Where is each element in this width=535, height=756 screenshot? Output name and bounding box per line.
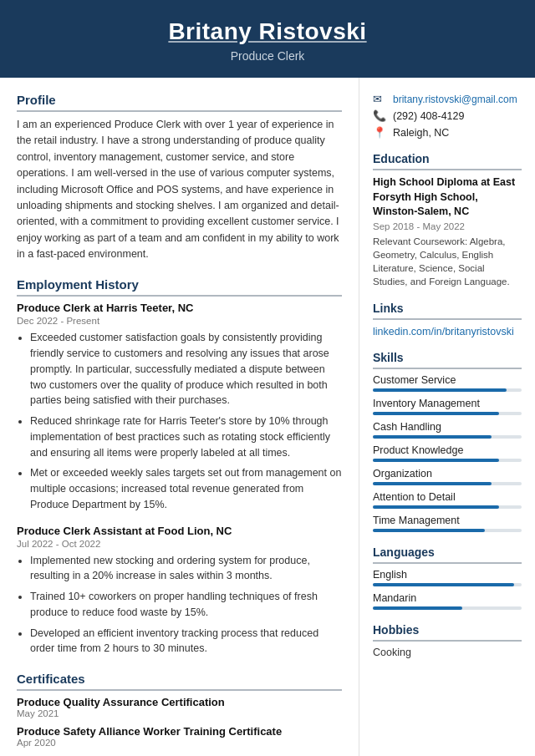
skill-time-management-bar-fill: [373, 529, 485, 532]
job-1-title: Produce Clerk at Harris Teeter, NC: [17, 302, 342, 314]
profile-section: Profile I am an experienced Produce Cler…: [17, 93, 342, 262]
skill-customer-service-bar-fill: [373, 388, 507, 392]
job-1-bullet-3: Met or exceeded weekly sales targets set…: [30, 465, 342, 512]
languages-section: Languages English Mandarin: [373, 545, 522, 610]
skill-attention-to-detail-label: Attention to Detail: [373, 491, 522, 503]
skills-section: Skills Customer Service Inventory Manage…: [373, 351, 522, 532]
skill-organization: Organization: [373, 468, 522, 485]
cert-1-name: Produce Quality Assurance Certification: [17, 696, 342, 708]
job-2-bullet-3: Developed an efficient inventory trackin…: [30, 626, 342, 657]
location-icon: 📍: [373, 126, 388, 139]
certificates-title: Certificates: [17, 672, 342, 691]
job-2-date: Jul 2022 - Oct 2022: [17, 539, 342, 549]
links-section: Links linkedin.com/in/britanyristovski: [373, 302, 522, 337]
edu-coursework: Relevant Coursework: Algebra, Geometry, …: [373, 235, 522, 288]
skill-cash-handling: Cash Handling: [373, 421, 522, 439]
skills-title: Skills: [373, 351, 522, 369]
lang-english-bar-bg: [373, 583, 522, 586]
job-1-bullets: Exceeded customer satisfaction goals by …: [17, 330, 342, 512]
skill-attention-to-detail-bar-bg: [373, 505, 522, 509]
skill-attention-to-detail: Attention to Detail: [373, 491, 522, 509]
skill-product-knowledge-bar-fill: [373, 459, 499, 462]
linkedin-link-item: linkedin.com/in/britanyristovski: [373, 325, 522, 337]
email-item: ✉ britany.ristovski@gmail.com: [373, 93, 522, 105]
employment-section: Employment History Produce Clerk at Harr…: [17, 277, 342, 657]
cert-2-date: Apr 2020: [17, 738, 342, 748]
lang-mandarin-bar-bg: [373, 606, 522, 610]
job-1: Produce Clerk at Harris Teeter, NC Dec 2…: [17, 302, 342, 512]
skill-customer-service-label: Customer Service: [373, 374, 522, 386]
job-2-bullet-1: Implemented new stocking and ordering sy…: [30, 553, 342, 585]
candidate-title: Produce Clerk: [17, 49, 518, 63]
skill-product-knowledge-bar-bg: [373, 459, 522, 462]
edu-date: Sep 2018 - May 2022: [373, 221, 522, 231]
skill-organization-label: Organization: [373, 468, 522, 479]
hobbies-section: Hobbies Cooking: [373, 623, 522, 658]
job-1-date: Dec 2022 - Present: [17, 316, 342, 326]
lang-mandarin: Mandarin: [373, 592, 522, 610]
certificates-section: Certificates Produce Quality Assurance C…: [17, 672, 342, 748]
job-2-title: Produce Clerk Assistant at Food Lion, NC: [17, 525, 342, 537]
job-2-bullet-2: Trained 10+ coworkers on proper handling…: [30, 589, 342, 621]
skill-customer-service-bar-bg: [373, 388, 522, 392]
cert-2-name: Produce Safety Alliance Worker Training …: [17, 725, 342, 738]
header: Britany Ristovski Produce Clerk: [0, 0, 535, 78]
job-2-bullets: Implemented new stocking and ordering sy…: [17, 553, 342, 657]
email-link[interactable]: britany.ristovski@gmail.com: [393, 94, 517, 105]
skill-time-management: Time Management: [373, 515, 522, 532]
skill-organization-bar-bg: [373, 482, 522, 485]
job-2: Produce Clerk Assistant at Food Lion, NC…: [17, 525, 342, 657]
phone-item: 📞 (292) 408-4129: [373, 109, 522, 122]
job-1-bullet-2: Reduced shrinkage rate for Harris Teeter…: [30, 414, 342, 460]
hobbies-title: Hobbies: [373, 623, 522, 642]
skill-inventory-management-bar-fill: [373, 412, 499, 415]
lang-mandarin-label: Mandarin: [373, 592, 522, 604]
edu-school: High School Diploma at East Forsyth High…: [373, 175, 522, 220]
body-content: Profile I am an experienced Produce Cler…: [0, 78, 535, 756]
candidate-name: Britany Ristovski: [17, 18, 518, 45]
location-text: Raleigh, NC: [393, 127, 449, 139]
links-title: Links: [373, 302, 522, 320]
skill-inventory-management-bar-bg: [373, 412, 522, 415]
phone-icon: 📞: [373, 109, 388, 122]
hobby-cooking: Cooking: [373, 647, 522, 658]
job-1-bullet-1: Exceeded customer satisfaction goals by …: [30, 330, 342, 408]
linkedin-link[interactable]: linkedin.com/in/britanyristovski: [373, 326, 514, 337]
email-icon: ✉: [373, 93, 388, 105]
contact-section: ✉ britany.ristovski@gmail.com 📞 (292) 40…: [373, 93, 522, 139]
right-column: ✉ britany.ristovski@gmail.com 📞 (292) 40…: [359, 78, 535, 687]
left-column: Profile I am an experienced Produce Cler…: [0, 78, 359, 756]
lang-english: English: [373, 569, 522, 586]
languages-title: Languages: [373, 545, 522, 564]
skill-customer-service: Customer Service: [373, 374, 522, 392]
skill-attention-to-detail-bar-fill: [373, 505, 499, 509]
skill-cash-handling-label: Cash Handling: [373, 421, 522, 433]
lang-english-label: English: [373, 569, 522, 581]
skill-cash-handling-bar-bg: [373, 435, 522, 439]
skill-inventory-management-label: Inventory Management: [373, 398, 522, 409]
education-title: Education: [373, 152, 522, 170]
skill-organization-bar-fill: [373, 482, 492, 485]
employment-title: Employment History: [17, 277, 342, 297]
skill-time-management-label: Time Management: [373, 515, 522, 526]
cert-1-date: May 2021: [17, 708, 342, 718]
location-item: 📍 Raleigh, NC: [373, 126, 522, 139]
lang-english-bar-fill: [373, 583, 514, 586]
skill-cash-handling-bar-fill: [373, 435, 492, 439]
phone-text: (292) 408-4129: [393, 110, 464, 122]
skill-product-knowledge: Product Knowledge: [373, 444, 522, 462]
skill-time-management-bar-bg: [373, 529, 522, 532]
skill-product-knowledge-label: Product Knowledge: [373, 444, 522, 456]
profile-title: Profile: [17, 93, 342, 112]
skill-inventory-management: Inventory Management: [373, 398, 522, 415]
lang-mandarin-bar-fill: [373, 606, 462, 610]
education-section: Education High School Diploma at East Fo…: [373, 152, 522, 288]
profile-text: I am an experienced Produce Clerk with o…: [17, 117, 342, 262]
